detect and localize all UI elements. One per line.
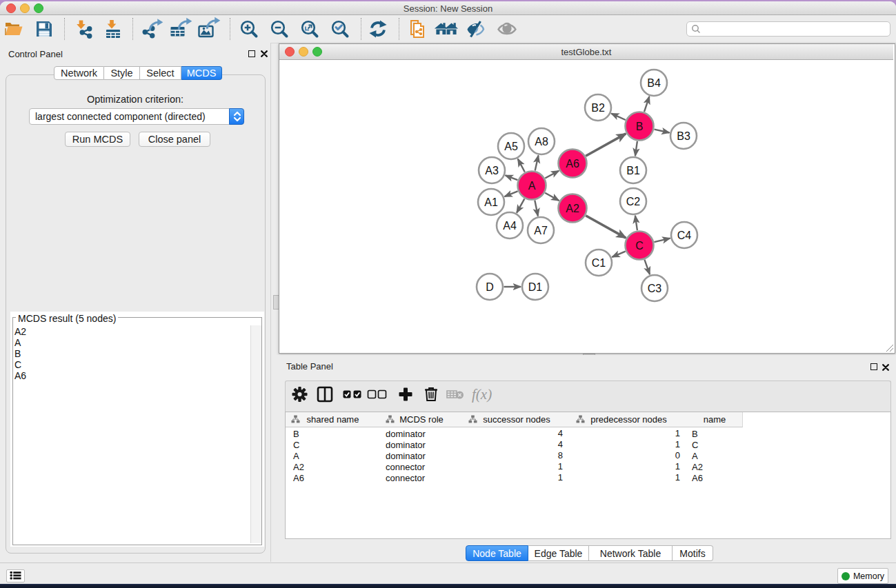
svg-text:A1: A1: [484, 196, 498, 208]
svg-text:A: A: [528, 180, 536, 192]
svg-text:C1: C1: [592, 257, 606, 269]
svg-text:C3: C3: [648, 283, 662, 294]
svg-text:A3: A3: [485, 165, 499, 176]
svg-text:B: B: [636, 121, 644, 132]
svg-text:A2: A2: [566, 203, 579, 214]
svg-text:B3: B3: [677, 130, 690, 142]
svg-text:C2: C2: [626, 196, 641, 207]
svg-text:C: C: [635, 240, 644, 252]
svg-text:A7: A7: [534, 225, 548, 236]
svg-text:A5: A5: [504, 141, 518, 152]
svg-text:A4: A4: [503, 220, 517, 232]
svg-text:A6: A6: [566, 158, 579, 170]
svg-text:D1: D1: [528, 281, 543, 293]
svg-text:f(x): f(x): [472, 386, 492, 403]
svg-text:B4: B4: [647, 77, 661, 89]
svg-text:D: D: [486, 281, 494, 293]
svg-text:B1: B1: [626, 165, 640, 176]
svg-text:B2: B2: [591, 102, 605, 114]
svg-text:C4: C4: [677, 230, 692, 241]
svg-text:A8: A8: [535, 136, 548, 148]
